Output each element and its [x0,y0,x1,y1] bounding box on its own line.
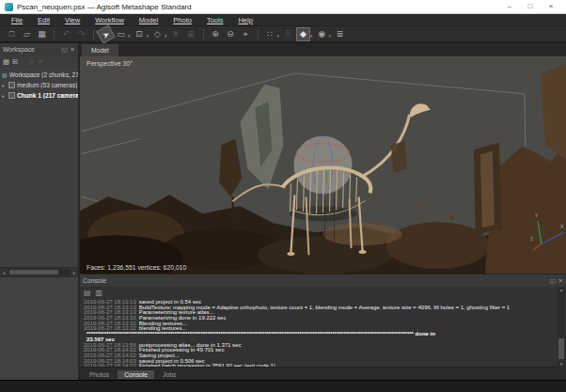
chevron-down-icon[interactable]: ▾ [147,33,149,39]
save-project-icon[interactable]: ▦ [35,27,49,41]
save-log-icon[interactable]: ▤ [84,289,91,297]
vscroll-thumb[interactable] [558,338,564,359]
orthomosaic-icon[interactable]: ≣ [333,27,347,41]
lower-left-pane [0,276,78,381]
tab-photos[interactable]: Photos [83,370,116,379]
workspace-empty-area [0,101,78,267]
tab-model[interactable]: Model [81,43,119,56]
console-toolbar: ▤ ▥ [80,287,566,299]
point-cloud-icon[interactable]: ∷ [263,27,277,41]
metashape-logo-icon [5,3,13,11]
scroll-up-icon[interactable]: ▴ [560,287,563,293]
tree-root-row[interactable]: ▨ Workspace (2 chunks, 270 cameras) [2,70,78,80]
main-area: Workspace ◱ ✕ ▦ ⊞ ◌ ◎ ✕ ▨ Workspace (2 c… [0,43,566,381]
viewport-tab-bar: Model [80,43,566,56]
menu-file[interactable]: File [4,16,30,24]
delete-selection-icon[interactable]: ✕ [169,27,183,41]
title-bar: Pscan_neuquen.psx — Agisoft Metashape St… [0,0,566,14]
tree-root-label: Workspace (2 chunks, 270 cameras) [9,71,78,78]
zoom-out-icon[interactable]: ⊖ [224,27,238,41]
zoom-in-icon[interactable]: ⊕ [209,27,223,41]
redo-icon[interactable]: ↷ [74,27,88,41]
console-header: Console ◱ ✕ [80,274,566,287]
expand-arrow-icon[interactable]: ▸ [2,93,7,99]
menu-tools[interactable]: Tools [199,16,231,24]
window-controls: – □ × [499,0,561,13]
resize-region-icon[interactable]: ⊡ [133,27,147,41]
workspace-hscrollbar[interactable]: ◂ ▸ [0,267,78,276]
workspace-pane: Workspace ◱ ✕ ▦ ⊞ ◌ ◎ ✕ ▨ Workspace (2 c… [0,43,80,381]
new-document-icon[interactable]: □ [5,27,19,41]
hscroll-thumb[interactable] [9,270,58,274]
menu-photo[interactable]: Photo [165,16,199,24]
scroll-left-icon[interactable]: ◂ [0,270,8,275]
chevron-down-icon[interactable]: ▾ [277,33,280,39]
clear-log-icon[interactable]: ▥ [96,289,103,297]
model-scene: Y X Z [80,56,566,274]
show-cameras-icon[interactable]: ◉ [315,27,329,41]
main-toolbar: □ ▱ ▦ ↶ ↷ ➤ ▭ ▾ ⊡ ▾ ◇ ▾ ✕ ⊞ ⊕ ⊖ ⌖ ∷ ▾ ⠿ … [0,26,566,42]
tab-console[interactable]: Console [118,370,154,379]
add-chunk-icon[interactable]: ▦ [3,57,9,66]
open-project-icon[interactable]: ▱ [20,27,34,41]
close-button[interactable]: × [541,0,561,13]
enable-item-icon[interactable]: ◌ [21,57,24,66]
dense-cloud-icon[interactable]: ⠿ [281,27,295,41]
close-pane-icon[interactable]: ✕ [71,46,75,54]
toolbar-separator [93,29,94,39]
expand-arrow-icon[interactable]: ▸ [2,83,7,88]
model-stats: Faces: 1,236,551 vertices: 620,010 [86,264,186,271]
active-chunk-label: Chunk 1 (217 cameras, 137, [17,92,78,99]
tree-chunk-row[interactable]: ▸ medium (53 cameras) [2,80,78,90]
console-pane: Console ◱ ✕ ▤ ▥ 2019-06-27 18:13:13saved… [80,274,566,381]
hscroll-track[interactable] [8,269,71,275]
chevron-down-icon[interactable]: ▾ [310,33,313,39]
float-pane-icon[interactable]: ◱ [549,277,555,285]
disable-item-icon[interactable]: ◎ [28,57,35,66]
console-title: Console [83,277,106,284]
rotate-region-icon[interactable]: ◇ [150,27,165,41]
bottom-tab-bar: Photos Console Jobs [80,367,566,381]
maximize-button[interactable]: □ [520,0,541,13]
model-viewport[interactable]: Y X Z Perspective 30° Faces: 1,236,551 v… [80,56,566,274]
menu-workflow[interactable]: Workflow [87,16,132,24]
scroll-down-icon[interactable]: ▾ [560,361,563,368]
menu-edit[interactable]: Edit [30,16,57,24]
close-pane-icon[interactable]: ✕ [558,277,563,285]
chunk-icon [8,82,15,88]
chevron-down-icon[interactable]: ▾ [128,33,131,39]
menu-help[interactable]: Help [230,16,259,24]
reset-view-icon[interactable]: ⌖ [239,27,253,41]
scroll-right-icon[interactable]: ▸ [71,270,78,275]
workspace-title: Workspace [3,46,35,53]
float-pane-icon[interactable]: ◱ [61,46,67,54]
chunk-icon [8,92,15,99]
window-title: Pscan_neuquen.psx — Agisoft Metashape St… [17,3,191,11]
minimize-button[interactable]: – [499,0,520,13]
undo-icon[interactable]: ↶ [59,27,73,41]
status-bar [0,380,566,392]
menu-view[interactable]: View [57,16,87,24]
tree-chunk-row[interactable]: ▸ Chunk 1 (217 cameras, 137, [2,90,78,101]
projection-label: Perspective 30° [86,60,133,67]
console-vscrollbar[interactable]: ▴ ▾ [558,287,565,368]
workspace-tree: ▨ Workspace (2 chunks, 270 cameras) ▸ me… [0,68,78,101]
console-log[interactable]: 2019-06-27 18:13:13saved project in 0.54… [80,299,566,367]
tab-jobs[interactable]: Jobs [156,370,182,379]
crop-selection-icon[interactable]: ⊞ [184,27,198,41]
vscroll-track[interactable] [558,293,564,361]
chunk-label: medium (53 cameras) [17,82,77,88]
toolbar-separator [203,29,204,39]
shaded-model-icon[interactable]: ◆ [296,27,310,41]
rock-fragment-top-right [541,64,566,160]
chevron-down-icon[interactable]: ▾ [329,33,332,39]
chevron-down-icon[interactable]: ▾ [165,33,167,39]
navigation-select-icon[interactable]: ➤ [96,24,115,43]
rectangle-selection-icon[interactable]: ▭ [114,27,128,41]
workspace-toolbar: ▦ ⊞ ◌ ◎ ✕ [0,55,78,68]
menu-model[interactable]: Model [132,16,165,24]
toolbar-separator [54,29,55,39]
remove-item-icon[interactable]: ✕ [37,57,42,66]
add-photos-icon[interactable]: ⊞ [12,57,18,66]
axis-z-label: Z [530,236,533,242]
